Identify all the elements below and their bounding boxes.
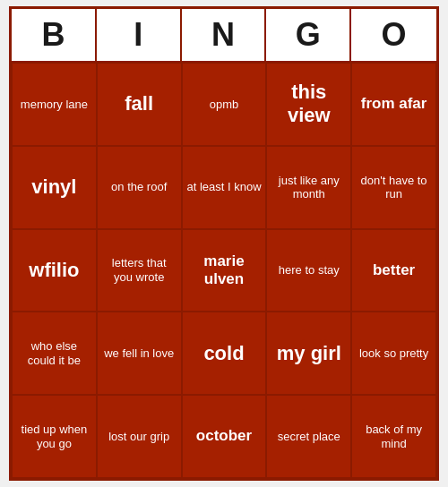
bingo-cell-19[interactable]: look so pretty	[351, 312, 436, 395]
bingo-cell-17[interactable]: cold	[182, 312, 267, 395]
bingo-cell-15[interactable]: who else could it be	[12, 312, 97, 395]
bingo-letter-O: O	[351, 9, 436, 61]
bingo-cell-6[interactable]: on the roof	[97, 146, 182, 229]
bingo-cell-2[interactable]: opmb	[182, 63, 267, 146]
bingo-cell-1[interactable]: fall	[97, 63, 182, 146]
bingo-grid: memory lanefallopmbthis viewfrom afarvin…	[12, 63, 436, 478]
bingo-cell-22[interactable]: october	[182, 395, 267, 478]
bingo-cell-20[interactable]: tied up when you go	[12, 395, 97, 478]
bingo-letter-G: G	[266, 9, 351, 61]
bingo-header: BINGO	[12, 9, 436, 63]
bingo-letter-I: I	[97, 9, 182, 61]
bingo-cell-14[interactable]: better	[351, 229, 436, 312]
bingo-cell-10[interactable]: wfilio	[12, 229, 97, 312]
bingo-cell-18[interactable]: my girl	[266, 312, 351, 395]
bingo-cell-5[interactable]: vinyl	[12, 146, 97, 229]
bingo-cell-12[interactable]: marie ulven	[182, 229, 267, 312]
bingo-card: BINGO memory lanefallopmbthis viewfrom a…	[9, 6, 439, 481]
bingo-cell-13[interactable]: here to stay	[266, 229, 351, 312]
bingo-cell-24[interactable]: back of my mind	[351, 395, 436, 478]
bingo-cell-4[interactable]: from afar	[351, 63, 436, 146]
bingo-cell-0[interactable]: memory lane	[12, 63, 97, 146]
bingo-cell-21[interactable]: lost our grip	[97, 395, 182, 478]
bingo-letter-N: N	[182, 9, 267, 61]
bingo-cell-7[interactable]: at least I know	[182, 146, 267, 229]
bingo-cell-23[interactable]: secret place	[266, 395, 351, 478]
bingo-letter-B: B	[12, 9, 97, 61]
bingo-cell-9[interactable]: don't have to run	[351, 146, 436, 229]
bingo-cell-16[interactable]: we fell in love	[97, 312, 182, 395]
bingo-cell-3[interactable]: this view	[266, 63, 351, 146]
bingo-cell-8[interactable]: just like any month	[266, 146, 351, 229]
bingo-cell-11[interactable]: letters that you wrote	[97, 229, 182, 312]
